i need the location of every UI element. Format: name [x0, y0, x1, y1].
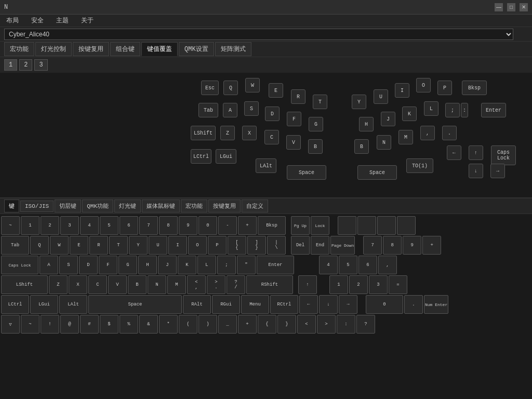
- key-pgup-label[interactable]: Pg Up: [291, 216, 310, 235]
- layer-2[interactable]: 2: [19, 59, 32, 71]
- ergo-key-17[interactable]: G: [309, 117, 323, 131]
- key-t[interactable]: T: [109, 236, 128, 255]
- btab-media[interactable]: 媒体鼠标键: [142, 200, 180, 212]
- key-fn-excl[interactable]: !: [41, 315, 59, 334]
- profile-select[interactable]: Cyber_Alice40: [4, 29, 513, 40]
- key-0[interactable]: 0: [198, 216, 217, 235]
- btab-macro[interactable]: 宏功能: [181, 200, 207, 212]
- ergo-key-4[interactable]: R: [291, 89, 305, 104]
- btab-custom[interactable]: 自定义: [242, 200, 268, 212]
- tab-keyreuse[interactable]: 按键复用: [73, 42, 109, 56]
- key-np-dummy2[interactable]: [357, 216, 376, 235]
- ergo-key-13[interactable]: A: [223, 103, 237, 117]
- key-fn-at[interactable]: @: [60, 315, 79, 334]
- key-lgui[interactable]: LGui: [30, 295, 58, 314]
- key-np-dummy4[interactable]: [397, 216, 416, 235]
- key-backspace[interactable]: Bksp: [258, 216, 286, 235]
- key-fn-tilde[interactable]: ~: [21, 315, 39, 334]
- key-3[interactable]: 3: [60, 216, 79, 235]
- ergo-key-36[interactable]: ←: [447, 145, 461, 160]
- key-left[interactable]: ←: [299, 295, 318, 314]
- key-fn-langle[interactable]: <: [297, 315, 316, 334]
- key-y[interactable]: Y: [129, 236, 148, 255]
- key-lalt[interactable]: LAlt: [59, 295, 87, 314]
- key-space[interactable]: Space: [88, 295, 182, 314]
- ergo-key-5[interactable]: T: [313, 95, 327, 109]
- key-h[interactable]: H: [138, 256, 157, 274]
- key-1[interactable]: 1: [21, 216, 39, 235]
- menu-layout[interactable]: 布局: [4, 15, 21, 26]
- key-npequal[interactable]: =: [389, 275, 407, 294]
- key-r[interactable]: R: [89, 236, 108, 255]
- ergo-key-40[interactable]: →: [490, 164, 505, 178]
- key-x[interactable]: X: [69, 275, 87, 294]
- key-fn-question[interactable]: ?: [356, 315, 375, 334]
- key-l[interactable]: L: [197, 256, 216, 274]
- ergo-key-30[interactable]: B: [308, 139, 323, 154]
- key-np4[interactable]: 4: [319, 256, 338, 274]
- ergo-key-22[interactable]: ;: [445, 103, 460, 117]
- key-rctrl[interactable]: RCtrl: [270, 295, 298, 314]
- key-i[interactable]: I: [168, 236, 187, 255]
- key-rshift[interactable]: RShift: [246, 275, 293, 294]
- ergo-key-8[interactable]: I: [395, 83, 409, 98]
- key-q[interactable]: Q: [30, 236, 49, 255]
- key-n[interactable]: N: [148, 275, 166, 294]
- key-fn-rcurly[interactable]: }: [277, 315, 296, 334]
- tab-qmk[interactable]: QMK设置: [179, 42, 214, 56]
- key-ralt[interactable]: RAlt: [183, 295, 211, 314]
- btab-layer[interactable]: 切层键: [55, 200, 81, 212]
- key-np8[interactable]: 8: [383, 236, 402, 255]
- btab-qmk[interactable]: QMK功能: [82, 200, 113, 212]
- tab-macro[interactable]: 宏功能: [4, 42, 34, 56]
- key-right[interactable]: →: [339, 295, 357, 314]
- tab-keyoverride[interactable]: 键值覆盖: [141, 42, 178, 56]
- key-7[interactable]: 7: [139, 216, 158, 235]
- key-np5[interactable]: 5: [339, 256, 357, 274]
- btab-iso[interactable]: ISO/JIS: [20, 201, 54, 212]
- key-npplus[interactable]: +: [422, 236, 441, 255]
- key-np2[interactable]: 2: [349, 275, 368, 294]
- key-np1[interactable]: 1: [329, 275, 348, 294]
- ergo-key-26[interactable]: Z: [220, 126, 235, 140]
- key-np3[interactable]: 3: [369, 275, 388, 294]
- btab-keyreuse[interactable]: 按键复用: [208, 200, 241, 212]
- key-z[interactable]: Z: [49, 275, 68, 294]
- key-np0[interactable]: 0: [366, 295, 403, 314]
- tab-combo[interactable]: 组合键: [110, 42, 140, 56]
- layer-1[interactable]: 1: [4, 59, 17, 71]
- key-slash[interactable]: ?/: [227, 275, 245, 294]
- ergo-key-19[interactable]: J: [381, 112, 395, 126]
- key-semicolon[interactable]: ;: [217, 256, 236, 274]
- key-period[interactable]: >.: [207, 275, 225, 294]
- ergo-key-34[interactable]: ,: [420, 126, 435, 140]
- ergo-key-14[interactable]: S: [244, 101, 259, 116]
- ergo-key-25[interactable]: LShift: [191, 126, 216, 140]
- key-del[interactable]: Del: [291, 236, 310, 255]
- key-np-dummy1[interactable]: [338, 216, 356, 235]
- key-minus[interactable]: -: [218, 216, 237, 235]
- key-e[interactable]: E: [70, 236, 88, 255]
- ergo-key-28[interactable]: C: [264, 130, 279, 144]
- ergo-key-33[interactable]: M: [398, 130, 413, 144]
- layer-3[interactable]: 3: [34, 59, 47, 71]
- key-fn-colon[interactable]: :: [337, 315, 355, 334]
- menu-security[interactable]: 安全: [29, 15, 46, 26]
- key-fn-under[interactable]: _: [218, 315, 237, 334]
- ergo-key-1[interactable]: Q: [223, 81, 238, 95]
- ergo-key-15[interactable]: D: [265, 107, 280, 121]
- key-rgui[interactable]: RGui: [212, 295, 240, 314]
- key-g[interactable]: G: [118, 256, 137, 274]
- ergo-key-0[interactable]: Esc: [201, 81, 219, 95]
- key-down[interactable]: ↓: [319, 295, 338, 314]
- key-6[interactable]: 6: [119, 216, 138, 235]
- key-backslash[interactable]: |\: [267, 236, 286, 255]
- ergo-key-2[interactable]: W: [245, 78, 260, 92]
- key-a[interactable]: A: [39, 256, 58, 274]
- ergo-key-21[interactable]: L: [424, 101, 438, 116]
- ergo-key-39[interactable]: ↓: [469, 164, 483, 178]
- key-4[interactable]: 4: [80, 216, 99, 235]
- ergo-key-29[interactable]: V: [286, 135, 301, 150]
- key-d[interactable]: D: [79, 256, 98, 274]
- key-plus[interactable]: +: [238, 216, 257, 235]
